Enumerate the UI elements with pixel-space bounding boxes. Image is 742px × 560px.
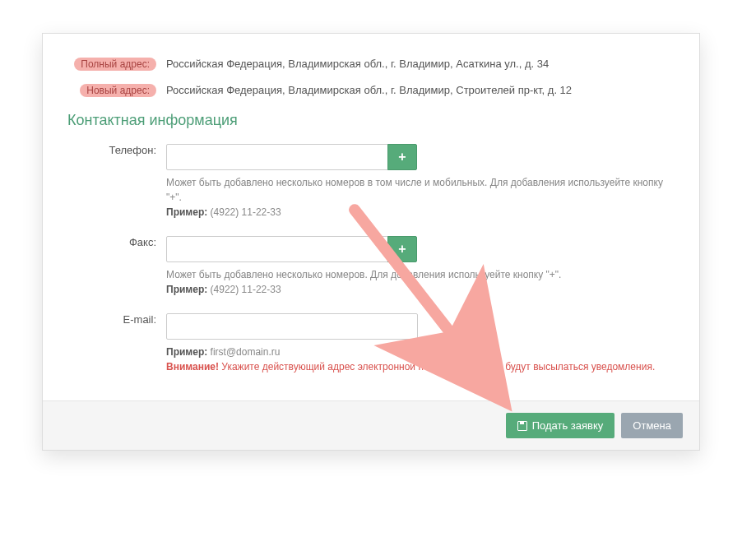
- email-value-col: Пример: first@domain.ru Внимание! Укажит…: [166, 310, 675, 374]
- phone-row: Телефон: + Может быть добавлено нескольк…: [67, 141, 675, 220]
- new-address-pill: Новый адрес:: [80, 84, 156, 97]
- form-card: Полный адрес: Российская Федерация, Влад…: [42, 33, 700, 451]
- phone-label: Телефон:: [67, 141, 166, 156]
- email-warn-label: Внимание!: [166, 361, 219, 373]
- card-body: Полный адрес: Российская Федерация, Влад…: [43, 34, 699, 400]
- save-icon: [517, 421, 527, 431]
- phone-add-button[interactable]: +: [387, 144, 417, 170]
- email-help: Пример: first@domain.ru Внимание! Укажит…: [166, 345, 675, 374]
- fax-input-group: +: [166, 236, 675, 262]
- fax-label: Факс:: [67, 233, 166, 248]
- fax-input[interactable]: [166, 236, 388, 262]
- submit-button[interactable]: Подать заявку: [506, 413, 615, 438]
- new-address-value: Российская Федерация, Владимирская обл.,…: [166, 81, 675, 96]
- phone-value-col: + Может быть добавлено несколько номеров…: [166, 141, 675, 220]
- email-label: E-mail:: [67, 310, 166, 326]
- fax-value-col: + Может быть добавлено несколько номеров…: [166, 233, 675, 297]
- fax-example-value: (4922) 11-22-33: [211, 284, 281, 295]
- fax-add-button[interactable]: +: [387, 236, 417, 262]
- fax-help: Может быть добавлено несколько номеров. …: [166, 267, 675, 297]
- email-row: E-mail: Пример: first@domain.ru Внимание…: [67, 310, 675, 374]
- plus-icon: +: [398, 242, 406, 257]
- submit-button-label: Подать заявку: [532, 419, 604, 432]
- form-footer: Подать заявку Отмена: [43, 400, 699, 450]
- phone-input-group: +: [166, 144, 675, 170]
- email-input-group: [166, 313, 675, 340]
- cancel-button[interactable]: Отмена: [621, 413, 683, 438]
- phone-help: Может быть добавлено несколько номеров в…: [166, 175, 675, 220]
- new-address-label-col: Новый адрес:: [67, 81, 166, 97]
- full-address-value: Российская Федерация, Владимирская обл.,…: [166, 54, 675, 70]
- full-address-label-col: Полный адрес:: [67, 54, 166, 71]
- fax-row: Факс: + Может быть добавлено несколько н…: [67, 233, 675, 297]
- new-address-row: Новый адрес: Российская Федерация, Влади…: [67, 81, 675, 97]
- phone-example-label: Пример:: [166, 206, 207, 218]
- plus-icon: +: [398, 150, 406, 164]
- email-example-value: first@domain.ru: [211, 346, 281, 358]
- phone-input[interactable]: [166, 144, 388, 170]
- email-example-label: Пример:: [166, 346, 207, 358]
- fax-example-label: Пример:: [166, 284, 207, 295]
- cancel-button-label: Отмена: [633, 419, 671, 432]
- phone-example-value: (4922) 11-22-33: [211, 206, 281, 218]
- email-input[interactable]: [166, 313, 418, 340]
- phone-help-text: Может быть добавлено несколько номеров в…: [166, 177, 663, 203]
- fax-help-text: Может быть добавлено несколько номеров. …: [166, 269, 561, 280]
- full-address-pill: Полный адрес:: [74, 58, 156, 71]
- email-warn-text: Укажите действующий адрес электронной по…: [221, 361, 655, 373]
- full-address-row: Полный адрес: Российская Федерация, Влад…: [67, 54, 675, 71]
- section-title: Контактная информация: [67, 112, 675, 129]
